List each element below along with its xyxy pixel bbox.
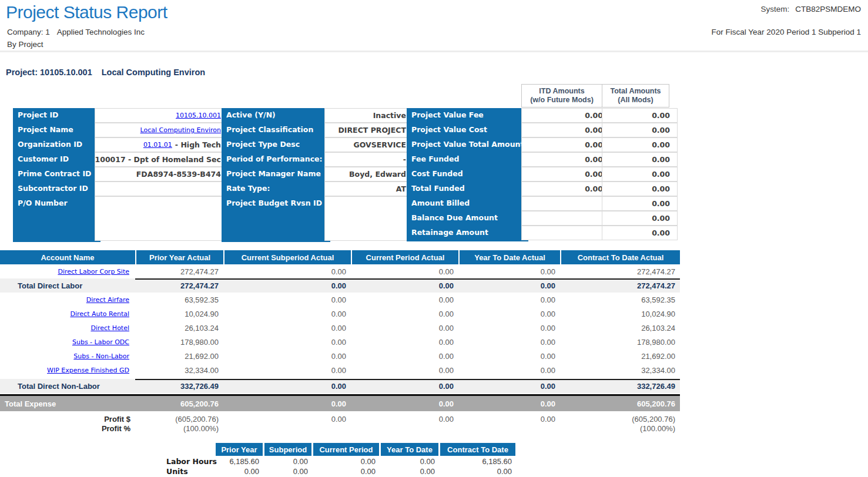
- total-amount-total-funded: 0.00: [602, 182, 678, 196]
- total-amount-amount-billed: 0.00: [602, 196, 678, 211]
- info-value-project-name: Local Computing Environ: [95, 123, 225, 137]
- total-row-total-expense: Total Expense605,200.760.000.000.00605,2…: [0, 394, 680, 411]
- total-amount-fee-funded: 0.00: [602, 152, 678, 167]
- hours-value-units-col1: 0.00: [216, 466, 263, 476]
- report-page: Project Status Report System:CTB82PSMDEM…: [0, 0, 868, 477]
- amount-direct-auto-rental-col1: 10,024.90: [135, 307, 223, 321]
- account-name-cell: Subs - Labor ODC: [0, 335, 135, 349]
- profit-labels: Profit $Profit %: [0, 415, 135, 434]
- amount-direct-auto-rental-col4: 0.00: [458, 307, 560, 321]
- info-label-project-value-total-amount: Project Value Total Amount: [407, 137, 528, 153]
- total-row-total-direct-labor: Total Direct Labor272,474.270.000.000.00…: [0, 278, 680, 293]
- amount-direct-hotel-col4: 0.00: [458, 321, 560, 335]
- itd-amounts-line1: ITD Amounts: [522, 87, 602, 96]
- account-name-cell: Total Direct Labor: [0, 278, 135, 293]
- amount-subs-labor-odc-col4: 0.00: [458, 335, 560, 349]
- accounts-header-prior-year-actual: Prior Year Actual: [135, 250, 223, 264]
- account-row-direct-auto-rental: Direct Auto Rental10,024.900.000.000.001…: [0, 307, 680, 321]
- total-amounts-line1: Total Amounts: [602, 87, 669, 96]
- direct-hotel-link[interactable]: Direct Hotel: [91, 324, 129, 332]
- system-label: System:: [760, 5, 789, 14]
- amount-total-expense-col4: 0.00: [458, 396, 560, 411]
- hours-row-label-units: Units: [166, 466, 216, 476]
- info-label-project-classification: Project Classification: [222, 123, 330, 139]
- direct-labor-corp-site-link[interactable]: Direct Labor Corp Site: [58, 268, 129, 276]
- amount-direct-hotel-col3: 0.00: [351, 321, 458, 335]
- company-name: Applied Technologies Inc: [57, 28, 145, 36]
- hours-row-labor-hours: Labor Hours6,185.600.000.000.006,185.60: [166, 456, 515, 466]
- profit-value-line2: [223, 424, 346, 434]
- local-computing-environ-link[interactable]: Local Computing Environ: [140, 126, 221, 134]
- amount-total-direct-labor-col2: 0.00: [223, 278, 351, 293]
- hours-header-subperiod: Subperiod: [263, 443, 311, 456]
- accounts-table: Account NamePrior Year ActualCurrent Sub…: [0, 250, 680, 434]
- hours-value-units-col3: 0.00: [311, 466, 379, 476]
- profit-values-col1: (605,200.76)(100.00%): [135, 415, 223, 434]
- amount-direct-hotel-col5: 26,103.24: [560, 321, 680, 335]
- info-label-project-manager-name: Project Manager Name: [222, 167, 330, 183]
- account-name-cell: Direct Labor Corp Site: [0, 264, 135, 278]
- itd-amount-project-value-fee: 0.00: [521, 108, 611, 123]
- amount-direct-auto-rental-col2: 0.00: [223, 307, 351, 321]
- info-label-active-y-n: Active (Y/N): [222, 108, 330, 124]
- info-value-rate-type: AT: [324, 182, 410, 196]
- direct-airfare-link[interactable]: Direct Airfare: [86, 296, 129, 304]
- itd-amount-amount-billed: [521, 196, 611, 211]
- subs-non-labor-link[interactable]: Subs - Non-Labor: [73, 352, 129, 360]
- profit-row: Profit $Profit %(605,200.76)(100.00%)0.0…: [0, 415, 680, 434]
- amount-total-direct-non-labor-col2: 0.00: [223, 379, 351, 393]
- profit-values-col4: 0.00: [458, 415, 560, 434]
- info-value-organization-id: 01.01.01- High Tech: [95, 137, 225, 152]
- total-amount-project-value-cost: 0.00: [602, 123, 678, 137]
- amount-subs-non-labor-col3: 0.00: [351, 349, 458, 363]
- amount-direct-hotel-col2: 0.00: [223, 321, 351, 335]
- info-value-project-type-desc: GOVSERVICE: [324, 137, 410, 152]
- profit-value-line1: 0.00: [458, 415, 555, 424]
- 01-01-01-link[interactable]: 01.01.01: [143, 141, 172, 149]
- amount-direct-labor-corp-site-col5: 272,474.27: [560, 264, 680, 278]
- account-name-cell: Direct Airfare: [0, 293, 135, 307]
- info-value-prime-contract-id: FDA8974-8539-B474: [95, 167, 225, 182]
- 10105-10-001-link[interactable]: 10105.10.001: [176, 112, 221, 119]
- hours-header-year-to-date: Year To Date: [379, 443, 438, 456]
- info-value-customer-id: 100017 - Dpt of Homeland Sec: [95, 152, 225, 167]
- profit-values-col2: 0.00: [223, 415, 351, 434]
- account-row-subs-labor-odc: Subs - Labor ODC178,980.000.000.000.0017…: [0, 335, 680, 349]
- itd-amount-retainage-amount: [521, 226, 611, 240]
- total-amount-balance-due-amount: 0.00: [602, 211, 678, 226]
- amount-direct-labor-corp-site-col2: 0.00: [223, 264, 351, 278]
- info-value-subcontractor-id: [95, 182, 225, 196]
- account-row-wip-expense-finished-gd: WIP Expense Finished GD32,334.000.000.00…: [0, 363, 680, 377]
- amount-subs-non-labor-col1: 21,692.00: [135, 349, 223, 363]
- subs-labor-odc-link[interactable]: Subs - Labor ODC: [72, 338, 129, 346]
- total-amount-cost-funded: 0.00: [602, 167, 678, 182]
- amount-subs-labor-odc-col2: 0.00: [223, 335, 351, 349]
- by-project-label: By Project: [7, 40, 43, 49]
- info-label-cost-funded: Cost Funded: [407, 167, 528, 183]
- info-label-customer-id: Customer ID: [13, 152, 100, 168]
- total-amount-project-value-fee: 0.00: [602, 108, 678, 123]
- project-heading: Project: 10105.10.001Local Computing Env…: [6, 68, 205, 77]
- amount-direct-airfare-col4: 0.00: [458, 293, 560, 307]
- hours-value-labor-hours-col1: 6,185.60: [216, 456, 263, 466]
- amount-direct-hotel-col1: 26,103.24: [135, 321, 223, 335]
- wip-expense-finished-gd-link[interactable]: WIP Expense Finished GD: [47, 367, 129, 374]
- hours-value-labor-hours-col5: 6,185.60: [438, 456, 515, 466]
- amount-direct-auto-rental-col3: 0.00: [351, 307, 458, 321]
- amount-direct-labor-corp-site-col1: 272,474.27: [135, 264, 223, 278]
- total-row-total-direct-non-labor: Total Direct Non-Labor332,726.490.000.00…: [0, 379, 680, 393]
- profit-label-profit: Profit $: [0, 415, 130, 424]
- info-label-project-name: Project Name: [13, 123, 100, 139]
- info-text-organization-id: - High Tech: [175, 140, 221, 149]
- amount-subs-labor-odc-col1: 178,980.00: [135, 335, 223, 349]
- account-row-subs-non-labor: Subs - Non-Labor21,692.000.000.000.0021,…: [0, 349, 680, 363]
- profit-value-line1: (605,200.76): [560, 415, 675, 424]
- amount-subs-labor-odc-col5: 178,980.00: [560, 335, 680, 349]
- itd-amount-balance-due-amount: [521, 211, 611, 226]
- direct-auto-rental-link[interactable]: Direct Auto Rental: [71, 310, 129, 318]
- amount-subs-non-labor-col4: 0.00: [458, 349, 560, 363]
- amount-wip-expense-finished-gd-col5: 32,334.00: [560, 363, 680, 377]
- profit-label-profit: Profit %: [0, 424, 130, 434]
- profit-value-line1: 0.00: [223, 415, 346, 424]
- info-label-total-funded: Total Funded: [407, 182, 528, 197]
